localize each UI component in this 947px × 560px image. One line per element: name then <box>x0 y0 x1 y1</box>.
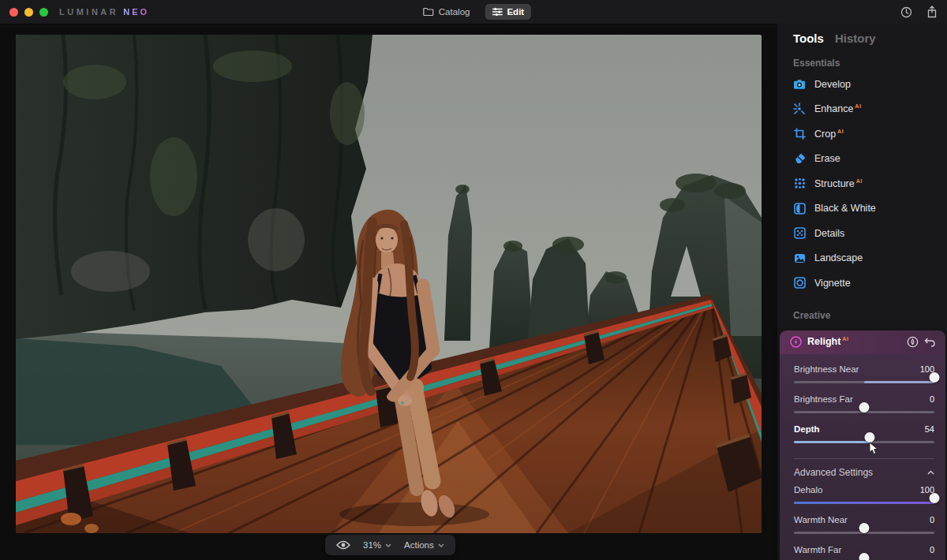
tool-label: CropAI <box>814 129 844 140</box>
slider-label: Depth <box>794 424 820 434</box>
slider-knob[interactable] <box>930 372 940 383</box>
tool-details[interactable]: Details <box>793 221 947 246</box>
details-icon <box>793 227 806 240</box>
relight-bolt-icon <box>790 336 802 348</box>
slider-warmth-far: Warmth Far 0 <box>794 545 934 560</box>
boat-portrait-photo <box>16 35 762 533</box>
logo-neo-text: NEO <box>123 7 149 17</box>
folder-icon <box>423 7 434 17</box>
tool-enhance[interactable]: EnhanceAI <box>793 97 947 122</box>
section-essentials-label: Essentials <box>793 58 947 69</box>
app-logo: LUMINAR NEO <box>59 7 149 17</box>
tool-crop[interactable]: CropAI <box>793 121 947 147</box>
maximize-window-button[interactable] <box>39 8 48 17</box>
masking-icon[interactable] <box>907 336 919 348</box>
slider-dehalo: Dehalo 100 <box>794 485 934 508</box>
tool-label: Black & White <box>814 203 876 214</box>
tool-landscape[interactable]: Landscape <box>793 246 947 271</box>
ai-badge: AI <box>842 336 848 342</box>
right-sidebar: Tools History Essentials Develop Enhance… <box>777 24 947 560</box>
mode-switcher: Catalog Edit <box>416 0 531 24</box>
relight-title: RelightAI <box>807 336 848 347</box>
relight-panel: RelightAI Brightness Near 100 <box>780 330 945 560</box>
share-icon[interactable] <box>926 6 938 18</box>
tool-vignette[interactable]: Vignette <box>793 271 947 296</box>
slider-value: 0 <box>930 515 934 525</box>
actions-dropdown[interactable]: Actions <box>404 540 444 550</box>
tab-history[interactable]: History <box>835 32 876 45</box>
logo-luminar-text: LUMINAR <box>59 7 118 17</box>
viewer-toolbar: 31% Actions <box>325 535 455 555</box>
slider-warmth-near: Warmth Near 0 <box>794 515 934 538</box>
relight-panel-body: Brightness Near 100 Brightness Far 0 <box>780 354 945 560</box>
slider-track-area[interactable] <box>794 557 934 560</box>
crop-icon <box>793 128 806 140</box>
eraser-icon <box>793 152 806 165</box>
tool-black-white[interactable]: Black & White <box>793 196 947 222</box>
landscape-icon <box>793 252 806 264</box>
eye-icon <box>336 540 350 550</box>
sidebar-tabs: Tools History <box>793 32 947 45</box>
advanced-settings-toggle[interactable]: Advanced Settings <box>794 467 934 478</box>
slider-label: Warmth Near <box>794 515 848 525</box>
tab-edit[interactable]: Edit <box>485 4 531 20</box>
slider-track-area[interactable] <box>794 406 934 417</box>
zoom-level-value: 31% <box>363 540 381 550</box>
slider-value: 0 <box>930 545 934 554</box>
tool-structure[interactable]: StructureAI <box>793 171 947 196</box>
slider-label: Dehalo <box>794 485 822 495</box>
top-bar: LUMINAR NEO Catalog Edit <box>0 0 947 24</box>
wand-icon <box>793 103 806 115</box>
tool-develop[interactable]: Develop <box>793 72 947 97</box>
app-window: LUMINAR NEO Catalog Edit <box>0 0 947 560</box>
tool-label: StructureAI <box>814 178 863 189</box>
top-right-actions <box>900 0 938 24</box>
tab-tools[interactable]: Tools <box>793 32 824 45</box>
ai-badge: AI <box>856 178 863 184</box>
slider-knob[interactable] <box>859 553 870 560</box>
slider-value: 0 <box>930 394 934 404</box>
ai-badge: AI <box>855 103 861 109</box>
tool-label: Develop <box>814 79 851 90</box>
reset-icon[interactable] <box>924 337 936 348</box>
tool-label: Vignette <box>814 278 851 289</box>
slider-depth: Depth 54 <box>794 424 934 447</box>
slider-track-area[interactable] <box>794 527 934 538</box>
slider-brightness-near: Brightness Near 100 <box>794 364 934 387</box>
slider-knob[interactable] <box>859 402 870 413</box>
compare-eye-button[interactable] <box>336 540 350 550</box>
slider-track-area[interactable] <box>794 497 934 508</box>
vignette-icon <box>793 277 806 289</box>
tool-erase[interactable]: Erase <box>793 147 947 172</box>
slider-knob[interactable] <box>930 493 940 503</box>
panel-divider <box>794 458 934 459</box>
chevron-up-icon <box>927 470 934 475</box>
tab-catalog-label: Catalog <box>439 7 470 17</box>
actions-label: Actions <box>404 540 434 550</box>
photo-canvas <box>16 35 762 533</box>
sliders-icon <box>492 7 502 17</box>
tool-label: EnhanceAI <box>814 103 861 114</box>
ai-badge: AI <box>837 129 844 134</box>
tab-edit-label: Edit <box>507 7 524 17</box>
window-controls <box>9 8 48 17</box>
slider-knob[interactable] <box>859 523 870 533</box>
slider-brightness-far: Brightness Far 0 <box>794 394 934 417</box>
close-window-button[interactable] <box>9 8 18 17</box>
mouse-cursor <box>869 442 878 455</box>
clock-icon[interactable] <box>900 6 912 18</box>
tool-label: Erase <box>814 153 840 164</box>
slider-track-area[interactable] <box>794 376 934 387</box>
zoom-level-dropdown[interactable]: 31% <box>363 540 391 550</box>
slider-label: Warmth Far <box>794 545 841 554</box>
tab-catalog[interactable]: Catalog <box>416 4 477 20</box>
slider-knob[interactable] <box>865 432 875 442</box>
advanced-settings-label: Advanced Settings <box>794 467 873 478</box>
structure-icon <box>793 177 806 190</box>
slider-label: Brightness Near <box>794 364 859 374</box>
section-creative-label: Creative <box>793 310 947 321</box>
slider-track-area[interactable] <box>794 436 934 447</box>
relight-panel-header[interactable]: RelightAI <box>780 330 945 354</box>
chevron-down-icon <box>385 543 391 547</box>
minimize-window-button[interactable] <box>24 8 33 17</box>
